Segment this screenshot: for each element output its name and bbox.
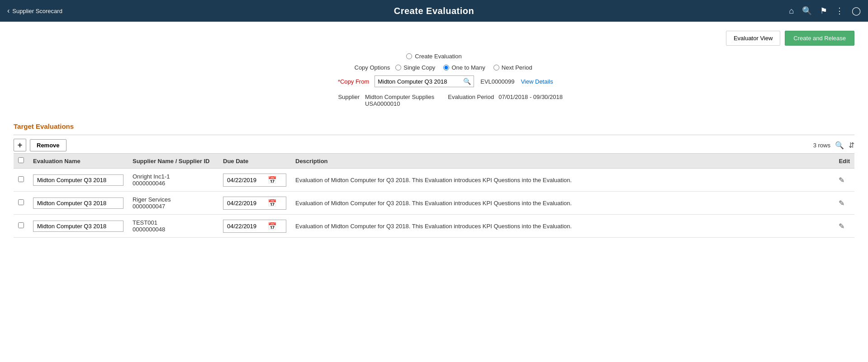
supplier-row: Supplier Midton Computer Supplies USA000… <box>231 94 638 107</box>
add-button[interactable]: + <box>14 139 26 151</box>
row-checkbox-cell <box>14 169 28 192</box>
edit-icon-1[interactable]: ✎ <box>839 199 844 207</box>
col-header-edit: Edit <box>834 154 854 169</box>
section-divider <box>14 135 854 135</box>
evaluator-view-button[interactable]: Evaluator View <box>726 31 780 46</box>
copy-from-input-wrap: 🔍 <box>375 75 474 87</box>
description-text-0: Evaluation of Midton Computer for Q3 201… <box>295 177 572 183</box>
next-period-label: Next Period <box>502 64 532 71</box>
row-checkbox-1[interactable] <box>18 199 24 205</box>
row-due-date-cell-2: 📅 <box>218 215 291 238</box>
eval-period-value: 07/01/2018 - 09/30/2018 <box>498 94 563 100</box>
supplier-id-1: 0000000047 <box>133 203 214 210</box>
edit-icon-0[interactable]: ✎ <box>839 176 844 184</box>
back-label: Supplier Scorecard <box>12 8 62 14</box>
col-header-supplier: Supplier Name / Supplier ID <box>128 154 218 169</box>
supplier-id-2: 0000000048 <box>133 226 214 233</box>
supplier-id-0: 0000000046 <box>133 180 214 187</box>
copy-from-input[interactable] <box>378 78 463 85</box>
row-due-date-cell-1: 📅 <box>218 192 291 215</box>
col-header-eval-name: Evaluation Name <box>28 154 128 169</box>
one-to-many-label: One to Many <box>451 64 485 71</box>
eval-period-label: Evaluation Period <box>448 94 494 100</box>
evaluations-table: Evaluation Name Supplier Name / Supplier… <box>14 153 854 238</box>
flag-icon[interactable]: ⚑ <box>820 6 827 16</box>
back-navigation[interactable]: ‹ Supplier Scorecard <box>7 7 62 15</box>
one-to-many-radio[interactable] <box>443 65 449 71</box>
row-eval-name-cell-0 <box>28 169 128 192</box>
target-evaluations-title: Target Evaluations <box>14 118 854 130</box>
due-date-input-1[interactable] <box>227 200 268 207</box>
copy-from-label: *Copy From <box>315 78 369 85</box>
next-period-option[interactable]: Next Period <box>493 64 532 71</box>
row-eval-name-cell-2 <box>28 215 128 238</box>
circle-icon[interactable]: ◯ <box>852 6 861 16</box>
table-row: Riger Services 0000000047 📅 Evaluation o… <box>14 192 854 215</box>
eval-name-input-2[interactable] <box>33 221 123 232</box>
eval-name-input-0[interactable] <box>33 174 123 186</box>
select-all-checkbox[interactable] <box>18 157 24 163</box>
row-eval-name-cell-1 <box>28 192 128 215</box>
single-copy-option[interactable]: Single Copy <box>395 64 435 71</box>
more-icon[interactable]: ⋮ <box>835 6 844 16</box>
one-to-many-option[interactable]: One to Many <box>443 64 485 71</box>
row-checkbox-0[interactable] <box>18 176 24 182</box>
supplier-cell-0: Onright Inc1-1 0000000046 <box>133 173 214 187</box>
table-search-icon[interactable]: 🔍 <box>835 141 844 150</box>
home-icon[interactable]: ⌂ <box>789 6 794 16</box>
toolbar-left: + Remove <box>14 139 66 151</box>
row-description-cell-2: Evaluation of Midton Computer for Q3 201… <box>291 215 834 238</box>
supplier-name-0: Onright Inc1-1 <box>133 173 214 180</box>
copy-from-row: *Copy From 🔍 EVL0000099 View Details <box>231 75 638 87</box>
create-and-release-button[interactable]: Create and Release <box>785 31 854 46</box>
supplier-label: Supplier <box>305 94 360 100</box>
supplier-cell-2: TEST001 0000000048 <box>133 219 214 233</box>
calendar-icon-0[interactable]: 📅 <box>268 176 277 184</box>
edit-icon-2[interactable]: ✎ <box>839 222 844 230</box>
row-description-cell-1: Evaluation of Midton Computer for Q3 201… <box>291 192 834 215</box>
supplier-name: Midton Computer Supplies <box>365 94 434 100</box>
supplier-id: USA0000010 <box>365 100 434 107</box>
create-eval-radio[interactable] <box>406 53 412 59</box>
app-header: ‹ Supplier Scorecard Create Evaluation ⌂… <box>0 0 868 22</box>
calendar-icon-2[interactable]: 📅 <box>268 222 277 230</box>
top-actions-bar: Evaluator View Create and Release <box>14 31 854 46</box>
copy-options-group: Single Copy One to Many Next Period <box>395 64 532 71</box>
row-supplier-cell-0: Onright Inc1-1 0000000046 <box>128 169 218 192</box>
due-date-input-2[interactable] <box>227 223 268 230</box>
copy-from-search-icon[interactable]: 🔍 <box>463 78 471 85</box>
create-eval-label[interactable]: Create Evaluation <box>415 53 461 60</box>
date-input-wrap-2: 📅 <box>223 220 286 233</box>
row-due-date-cell-0: 📅 <box>218 169 291 192</box>
single-copy-radio[interactable] <box>395 65 401 71</box>
table-toolbar: + Remove 3 rows 🔍 ⇵ <box>14 139 854 151</box>
table-header: Evaluation Name Supplier Name / Supplier… <box>14 154 854 169</box>
description-text-1: Evaluation of Midton Computer for Q3 201… <box>295 200 572 207</box>
copy-options-row: Copy Options Single Copy One to Many Nex… <box>231 64 638 71</box>
table-sort-icon[interactable]: ⇵ <box>849 141 854 150</box>
col-header-description: Description <box>291 154 834 169</box>
supplier-name-2: TEST001 <box>133 219 214 226</box>
row-checkbox-2[interactable] <box>18 222 24 228</box>
copy-options-label: Copy Options <box>336 64 390 71</box>
rows-count: 3 rows <box>813 142 830 149</box>
table-row: Onright Inc1-1 0000000046 📅 Evaluation o… <box>14 169 854 192</box>
page-title: Create Evaluation <box>394 6 474 16</box>
toolbar-right: 3 rows 🔍 ⇵ <box>813 141 854 150</box>
back-chevron-icon: ‹ <box>7 7 9 15</box>
row-edit-cell-0: ✎ <box>834 169 854 192</box>
main-content: Evaluator View Create and Release Create… <box>0 22 868 362</box>
search-icon[interactable]: 🔍 <box>802 6 812 16</box>
col-header-due-date: Due Date <box>218 154 291 169</box>
create-eval-radio-row: Create Evaluation <box>231 53 638 60</box>
remove-button[interactable]: Remove <box>30 139 66 151</box>
due-date-input-0[interactable] <box>227 177 268 183</box>
row-supplier-cell-1: Riger Services 0000000047 <box>128 192 218 215</box>
view-details-link[interactable]: View Details <box>521 78 553 85</box>
next-period-radio[interactable] <box>493 65 499 71</box>
row-edit-cell-2: ✎ <box>834 215 854 238</box>
calendar-icon-1[interactable]: 📅 <box>268 199 277 207</box>
col-header-checkbox <box>14 154 28 169</box>
eval-name-input-1[interactable] <box>33 197 123 209</box>
row-description-cell-0: Evaluation of Midton Computer for Q3 201… <box>291 169 834 192</box>
